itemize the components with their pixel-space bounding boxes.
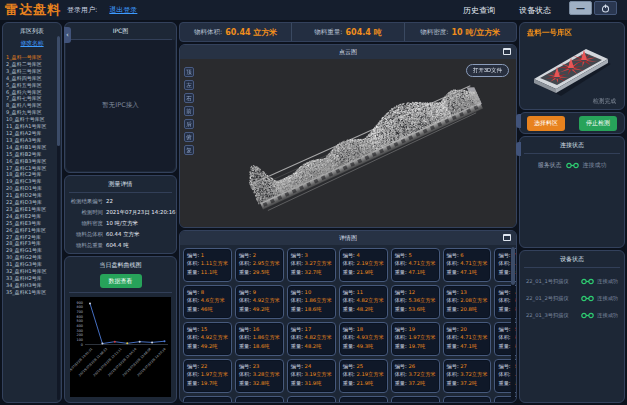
zone-list-item[interactable]: 18_盘料C2号库 [3, 171, 61, 178]
detail-card[interactable]: 编号: 19体积: 1.97立方米重量: 19.7吨 [391, 322, 440, 356]
zone-list-item[interactable]: 29_盘料G1号库 [3, 247, 61, 254]
zone-list-item[interactable]: 4_盘料四号库区 [3, 75, 61, 82]
view-button[interactable]: 复 [184, 145, 194, 155]
zone-list-item[interactable]: 14_盘料B1号库区 [3, 144, 61, 151]
collapse-sidebar-button[interactable]: ‹ [64, 27, 71, 43]
app-title: 雷达盘料 [0, 1, 67, 19]
detail-card[interactable]: 编号: 12体积: 5.36立方米重量: 53.6吨 [391, 285, 440, 319]
detail-card[interactable] [339, 396, 388, 402]
detail-grid-panel: 详情图 编号: 1体积: 1.11立方米重量: 11.1吨编号: 2体积: 2.… [179, 230, 517, 403]
device-status-button[interactable]: 设备状态 [519, 5, 551, 16]
detail-card[interactable]: 编号: 17体积: 4.82立方米重量: 48.2吨 [287, 322, 336, 356]
svg-text:900: 900 [77, 301, 83, 305]
detail-card[interactable]: 编号: 16体积: 1.86立方米重量: 18.6吨 [235, 322, 284, 356]
zone-list-item[interactable]: 8_盘料八号库区 [3, 102, 61, 109]
zone-list-item[interactable]: 26_盘料F1号库区 [3, 227, 61, 234]
collapse-right-button[interactable] [516, 142, 521, 156]
zone-list-item[interactable]: 34_盘料H3号库 [3, 282, 61, 289]
ipc-empty-text: 暂无IPC接入 [102, 101, 138, 110]
zone-list-item[interactable]: 7_盘料七号库区 [3, 95, 61, 102]
zone-list-item[interactable]: 25_盘料E3号库 [3, 220, 61, 227]
detail-card[interactable]: 编号: 27体积: 3.72立方米重量: 37.2吨 [443, 359, 492, 393]
zone-list-item[interactable]: 22_盘料D3号库 [3, 199, 61, 206]
view-button[interactable]: 前 [184, 106, 194, 116]
detail-card[interactable] [183, 396, 232, 402]
detail-card[interactable]: 编号: 22体积: 1.97立方米重量: 19.7吨 [183, 359, 232, 393]
detail-card[interactable] [235, 396, 284, 402]
detail-grid-scrollbar[interactable] [511, 247, 515, 400]
zone-list-item[interactable]: 24_盘料E2号库 [3, 213, 61, 220]
detail-card[interactable]: 编号: 6体积: 4.71立方米重量: 47.1吨 [443, 248, 492, 282]
maximize-icon[interactable] [503, 48, 511, 55]
detail-card[interactable]: 编号: 8体积: 4.6立方米重量: 46吨 [183, 285, 232, 319]
zone-list-item[interactable]: 16_盘料B3号库区 [3, 158, 61, 165]
zone-list-item[interactable]: 6_盘料六号库区 [3, 89, 61, 96]
view-button[interactable]: 顶 [184, 67, 194, 77]
zone-list-item[interactable]: 10_盘料十号库区 [3, 116, 61, 123]
view-button[interactable]: 俯 [184, 132, 194, 142]
zone-list-item[interactable]: 17_盘料C1号库区 [3, 165, 61, 172]
detail-card[interactable]: 编号: 23体积: 3.28立方米重量: 32.8吨 [235, 359, 284, 393]
detail-card[interactable]: 编号: 26体积: 3.72立方米重量: 37.2吨 [391, 359, 440, 393]
detail-card[interactable]: 编号: 3体积: 3.27立方米重量: 32.7吨 [287, 248, 336, 282]
zone-list-item[interactable]: 33_盘料H2号库 [3, 275, 61, 282]
detail-card[interactable]: 编号: 2体积: 2.95立方米重量: 29.5吨 [235, 248, 284, 282]
zone-list-item[interactable]: 1_盘料一号库区 [3, 54, 61, 61]
zone-list-item[interactable]: 30_盘料G2号库 [3, 254, 61, 261]
maximize-icon[interactable] [503, 234, 511, 241]
edit-name-link[interactable]: 修改名称 [3, 39, 61, 51]
ipc-panel: IPC图 暂无IPC接入 [64, 22, 177, 173]
detail-card[interactable]: 编号: 20体积: 4.71立方米重量: 47.1吨 [443, 322, 492, 356]
detail-card[interactable]: 编号: 4体积: 2.19立方米重量: 21.9吨 [339, 248, 388, 282]
pointcloud-canvas[interactable] [180, 59, 514, 227]
zone-list-item[interactable]: 3_盘料三号库区 [3, 68, 61, 75]
detail-card[interactable]: 编号: 15体积: 4.92立方米重量: 49.2吨 [183, 322, 232, 356]
zone-list-item[interactable]: 12_盘料A2号库 [3, 130, 61, 137]
zone-list-item[interactable]: 19_盘料C3号库 [3, 178, 61, 185]
detail-card[interactable]: 编号: 5体积: 4.71立方米重量: 47.1吨 [391, 248, 440, 282]
collapse-right-button[interactable] [516, 114, 521, 128]
power-button[interactable] [594, 1, 617, 15]
minimize-button[interactable]: — [569, 1, 592, 15]
measure-title: 测量详情 [65, 176, 176, 192]
zone-list-item[interactable]: 15_盘料B2号库 [3, 151, 61, 158]
zone-list-scrollbar[interactable] [57, 36, 60, 400]
detail-card[interactable]: 编号: 1体积: 1.11立方米重量: 11.1吨 [183, 248, 232, 282]
detail-card[interactable]: 编号: 11体积: 4.82立方米重量: 48.2吨 [339, 285, 388, 319]
zone-list-item[interactable]: 27_盘料F2号库 [3, 234, 61, 241]
detail-card[interactable] [443, 396, 492, 402]
view-button[interactable]: 后 [184, 119, 194, 129]
zone-list-item[interactable]: 32_盘料H1号库区 [3, 268, 61, 275]
logout-link[interactable]: 退出登录 [109, 5, 137, 15]
zone-list-item[interactable]: 23_盘料E1号库区 [3, 206, 61, 213]
zone-list-item[interactable]: 31_盘料G3号库 [3, 261, 61, 268]
stop-detect-button[interactable]: 停止检测 [579, 116, 617, 131]
open-3d-file-button[interactable]: 打开3D文件 [466, 64, 509, 77]
view-button[interactable]: 左 [184, 80, 194, 90]
detail-card[interactable] [391, 396, 440, 402]
zone-list: 1_盘料一号库区2_盘料二号库区3_盘料三号库区4_盘料四号库区5_盘料五号库区… [3, 51, 61, 402]
zone-list-item[interactable]: 20_盘料D1号库 [3, 185, 61, 192]
detail-card[interactable]: 编号: 24体积: 3.19立方米重量: 31.9吨 [287, 359, 336, 393]
detail-grid-title: 详情图 [180, 234, 516, 243]
zone-list-item[interactable]: 5_盘料五号库区 [3, 82, 61, 89]
zone-list-item[interactable]: 28_盘料F3号库 [3, 240, 61, 247]
connection-title: 连接状态 [520, 137, 624, 153]
detail-card[interactable]: 编号: 25体积: 2.19立方米重量: 21.9吨 [339, 359, 388, 393]
zone-list-item[interactable]: 11_盘料A1号库区 [3, 123, 61, 130]
view-button[interactable]: 右 [184, 93, 194, 103]
detail-card[interactable]: 编号: 18体积: 4.93立方米重量: 49.3吨 [339, 322, 388, 356]
zone-buttons-panel: 选择料区 停止检测 [519, 112, 625, 134]
daily-view-button[interactable]: 数据查看 [100, 274, 142, 288]
detail-card[interactable] [287, 396, 336, 402]
select-zone-button[interactable]: 选择料区 [527, 116, 565, 131]
zone-list-item[interactable]: 13_盘料A3号库 [3, 137, 61, 144]
zone-list-item[interactable]: 2_盘料二号库区 [3, 61, 61, 68]
detail-card[interactable]: 编号: 10体积: 1.86立方米重量: 18.6吨 [287, 285, 336, 319]
zone-list-item[interactable]: 35_盘料K1号库区 [3, 289, 61, 296]
zone-list-item[interactable]: 9_盘料九号库区 [3, 109, 61, 116]
detail-card[interactable]: 编号: 13体积: 2.08立方米重量: 20.8吨 [443, 285, 492, 319]
zone-list-item[interactable]: 21_盘料D2号库 [3, 192, 61, 199]
history-query-button[interactable]: 历史查询 [463, 5, 495, 16]
detail-card[interactable]: 编号: 9体积: 4.92立方米重量: 49.2吨 [235, 285, 284, 319]
